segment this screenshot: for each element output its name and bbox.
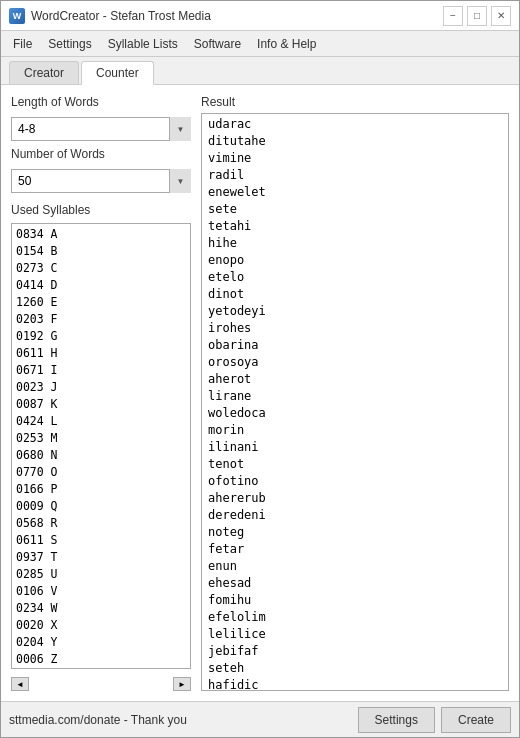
maximize-button[interactable]: □ [467, 6, 487, 26]
list-item: vimine [208, 150, 502, 167]
list-item: 0611 S [16, 532, 186, 549]
list-item: hihe [208, 235, 502, 252]
menu-bar: File Settings Syllable Lists Software In… [1, 31, 519, 57]
list-item: ehesad [208, 575, 502, 592]
list-item: sete [208, 201, 502, 218]
list-item: fetar [208, 541, 502, 558]
status-buttons: Settings Create [358, 707, 511, 733]
list-item: ofotino [208, 473, 502, 490]
menu-file[interactable]: File [5, 33, 40, 55]
length-select-wrapper: 4-8 ▼ [11, 117, 191, 141]
list-item: lirane [208, 388, 502, 405]
list-item: 0166 P [16, 481, 186, 498]
list-item: 0611 H [16, 345, 186, 362]
list-item: 0834 A [16, 226, 186, 243]
list-item: yetodeyi [208, 303, 502, 320]
list-item: tetahi [208, 218, 502, 235]
list-item: 0414 D [16, 277, 186, 294]
title-bar-text: WordCreator - Stefan Trost Media [31, 9, 443, 23]
status-text: sttmedia.com/donate - Thank you [9, 713, 358, 727]
minimize-button[interactable]: − [443, 6, 463, 26]
list-item: enewelet [208, 184, 502, 201]
list-item: 0770 O [16, 464, 186, 481]
list-item: 0020 X [16, 617, 186, 634]
list-item: 0671 I [16, 362, 186, 379]
syllables-list-container: 0834 A0154 B0273 C0414 D1260 E0203 F0192… [11, 223, 191, 669]
list-item: 0203 F [16, 311, 186, 328]
list-item: 0154 B [16, 243, 186, 260]
title-bar: W WordCreator - Stefan Trost Media − □ ✕ [1, 1, 519, 31]
list-item: irohes [208, 320, 502, 337]
list-item: woledoca [208, 405, 502, 422]
scroll-right-btn[interactable]: ► [173, 677, 191, 691]
close-button[interactable]: ✕ [491, 6, 511, 26]
list-item: fomihu [208, 592, 502, 609]
main-window: W WordCreator - Stefan Trost Media − □ ✕… [0, 0, 520, 738]
menu-software[interactable]: Software [186, 33, 249, 55]
content-area: Length of Words 4-8 ▼ Number of Words 50… [1, 85, 519, 701]
status-bar: sttmedia.com/donate - Thank you Settings… [1, 701, 519, 737]
title-bar-controls: − □ ✕ [443, 6, 511, 26]
scroll-left-btn[interactable]: ◄ [11, 677, 29, 691]
tab-counter[interactable]: Counter [81, 61, 154, 85]
list-item: etelo [208, 269, 502, 286]
number-label: Number of Words [11, 147, 191, 161]
list-item: 0937 T [16, 549, 186, 566]
right-panel: Result udaracditutahevimineradilenewelet… [201, 95, 509, 691]
list-item: 0424 L [16, 413, 186, 430]
syllables-label: Used Syllables [11, 203, 191, 217]
list-item: 0009 Q [16, 498, 186, 515]
tabs-bar: Creator Counter [1, 57, 519, 85]
list-item: obarina [208, 337, 502, 354]
list-item: 0285 U [16, 566, 186, 583]
list-item: seteh [208, 660, 502, 677]
create-button[interactable]: Create [441, 707, 511, 733]
app-icon: W [9, 8, 25, 24]
menu-settings[interactable]: Settings [40, 33, 99, 55]
list-item: 0023 J [16, 379, 186, 396]
list-item: enun [208, 558, 502, 575]
list-item: tenot [208, 456, 502, 473]
list-item: 0106 V [16, 583, 186, 600]
list-item: ilinani [208, 439, 502, 456]
result-list[interactable]: udaracditutahevimineradileneweletsetetet… [202, 114, 508, 690]
settings-button[interactable]: Settings [358, 707, 435, 733]
length-select[interactable]: 4-8 [11, 117, 191, 141]
list-item: hafidic [208, 677, 502, 690]
list-item: 0192 G [16, 328, 186, 345]
list-item: ahererub [208, 490, 502, 507]
list-item: 0273 C [16, 260, 186, 277]
menu-info-help[interactable]: Info & Help [249, 33, 324, 55]
list-item: ditutahe [208, 133, 502, 150]
tab-creator[interactable]: Creator [9, 61, 79, 84]
list-item: morin [208, 422, 502, 439]
list-item: 0087 K [16, 396, 186, 413]
list-item: jebifaf [208, 643, 502, 660]
list-item: efelolim [208, 609, 502, 626]
syllables-list[interactable]: 0834 A0154 B0273 C0414 D1260 E0203 F0192… [12, 224, 190, 668]
left-panel: Length of Words 4-8 ▼ Number of Words 50… [11, 95, 191, 691]
number-select-wrapper: 50 ▼ [11, 169, 191, 193]
list-item: deredeni [208, 507, 502, 524]
list-item: 1260 E [16, 294, 186, 311]
list-item: noteg [208, 524, 502, 541]
length-label: Length of Words [11, 95, 191, 109]
result-list-container: udaracditutahevimineradileneweletsetetet… [201, 113, 509, 691]
list-item: orosoya [208, 354, 502, 371]
list-item: radil [208, 167, 502, 184]
number-select[interactable]: 50 [11, 169, 191, 193]
list-item: lelilice [208, 626, 502, 643]
list-item: enopo [208, 252, 502, 269]
list-item: aherot [208, 371, 502, 388]
list-item: 0006 Z [16, 651, 186, 668]
list-scroll-btns: ◄ ► [11, 677, 191, 691]
list-item: 0253 M [16, 430, 186, 447]
list-item: 0204 Y [16, 634, 186, 651]
menu-syllable-lists[interactable]: Syllable Lists [100, 33, 186, 55]
list-item: 0234 W [16, 600, 186, 617]
list-item: 0680 N [16, 447, 186, 464]
list-item: dinot [208, 286, 502, 303]
list-item: 0568 R [16, 515, 186, 532]
list-item: udarac [208, 116, 502, 133]
result-label: Result [201, 95, 509, 109]
